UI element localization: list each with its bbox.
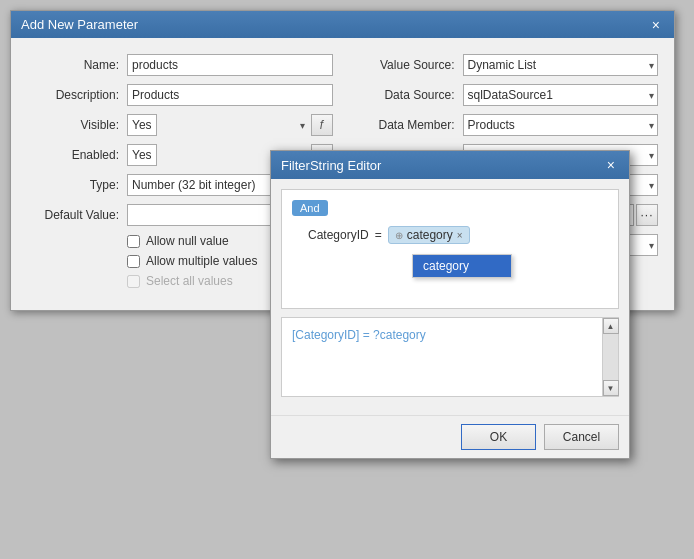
filter-dialog: FilterString Editor × And CategoryID = ⊕… — [270, 150, 630, 459]
dropdown-suggestion: category — [412, 254, 512, 278]
data-source-select[interactable]: sqlDataSource1 — [463, 84, 659, 106]
enabled-select[interactable]: Yes No — [127, 144, 157, 166]
visible-select-wrapper: Yes No — [127, 114, 309, 136]
data-member-row: Data Member: Products — [353, 114, 659, 136]
data-member-label: Data Member: — [353, 118, 463, 132]
cancel-button[interactable]: Cancel — [544, 424, 619, 450]
visible-label: Visible: — [27, 118, 127, 132]
dropdown-item[interactable]: category — [413, 255, 511, 277]
enabled-label: Enabled: — [27, 148, 127, 162]
condition-field: CategoryID — [308, 228, 369, 242]
data-member-select-wrapper: Products — [463, 114, 659, 136]
filter-expression-area: [CategoryID] = ?category ▲ ▼ — [281, 317, 619, 397]
and-badge[interactable]: And — [292, 200, 328, 216]
value-source-select[interactable]: Dynamic List Static List — [463, 54, 659, 76]
default-value-label: Default Value: — [27, 208, 127, 222]
param-tag-close-button[interactable]: × — [457, 230, 463, 241]
filter-condition-area[interactable]: And CategoryID = ⊕ category × category — [281, 189, 619, 309]
name-input[interactable] — [127, 54, 333, 76]
data-member-select[interactable]: Products — [463, 114, 659, 136]
scroll-thumb[interactable] — [603, 334, 618, 380]
allow-null-label: Allow null value — [146, 234, 229, 248]
filter-dialog-footer: OK Cancel — [271, 415, 629, 458]
value-source-label: Value Source: — [353, 58, 463, 72]
visible-select[interactable]: Yes No — [127, 114, 157, 136]
main-dialog-title: Add New Parameter — [21, 17, 138, 32]
data-source-select-wrapper: sqlDataSource1 — [463, 84, 659, 106]
ok-button[interactable]: OK — [461, 424, 536, 450]
description-label: Description: — [27, 88, 127, 102]
visible-wrapper: Yes No f — [127, 114, 333, 136]
description-row: Description: — [27, 84, 333, 106]
filter-dialog-body: And CategoryID = ⊕ category × category [… — [271, 179, 629, 415]
data-source-label: Data Source: — [353, 88, 463, 102]
param-tag[interactable]: ⊕ category × — [388, 226, 470, 244]
type-label: Type: — [27, 178, 127, 192]
allow-multiple-label: Allow multiple values — [146, 254, 257, 268]
expression-scrollbar[interactable]: ▲ ▼ — [602, 318, 618, 396]
filter-dialog-title: FilterString Editor — [281, 158, 381, 173]
scroll-up-button[interactable]: ▲ — [603, 318, 619, 334]
allow-null-checkbox[interactable] — [127, 235, 140, 248]
value-source-row: Value Source: Dynamic List Static List — [353, 54, 659, 76]
allow-multiple-checkbox[interactable] — [127, 255, 140, 268]
condition-op: = — [375, 228, 382, 242]
description-input[interactable] — [127, 84, 333, 106]
param-tag-icon: ⊕ — [395, 230, 403, 241]
filter-dialog-titlebar: FilterString Editor × — [271, 151, 629, 179]
data-source-row: Data Source: sqlDataSource1 — [353, 84, 659, 106]
visible-row: Visible: Yes No f — [27, 114, 333, 136]
main-dialog-titlebar: Add New Parameter × — [11, 11, 674, 38]
scroll-down-button[interactable]: ▼ — [603, 380, 619, 396]
name-label: Name: — [27, 58, 127, 72]
value-source-select-wrapper: Dynamic List Static List — [463, 54, 659, 76]
select-all-checkbox[interactable] — [127, 275, 140, 288]
filter-dialog-close-button[interactable]: × — [603, 157, 619, 173]
filter-string-dots-button[interactable]: ··· — [636, 204, 658, 226]
param-tag-text: category — [407, 228, 453, 242]
name-row: Name: — [27, 54, 333, 76]
condition-row: CategoryID = ⊕ category × category — [292, 226, 608, 244]
visible-fx-button[interactable]: f — [311, 114, 333, 136]
select-all-label: Select all values — [146, 274, 233, 288]
filter-expression-text: [CategoryID] = ?category — [292, 328, 426, 342]
main-dialog-close-button[interactable]: × — [648, 18, 664, 32]
